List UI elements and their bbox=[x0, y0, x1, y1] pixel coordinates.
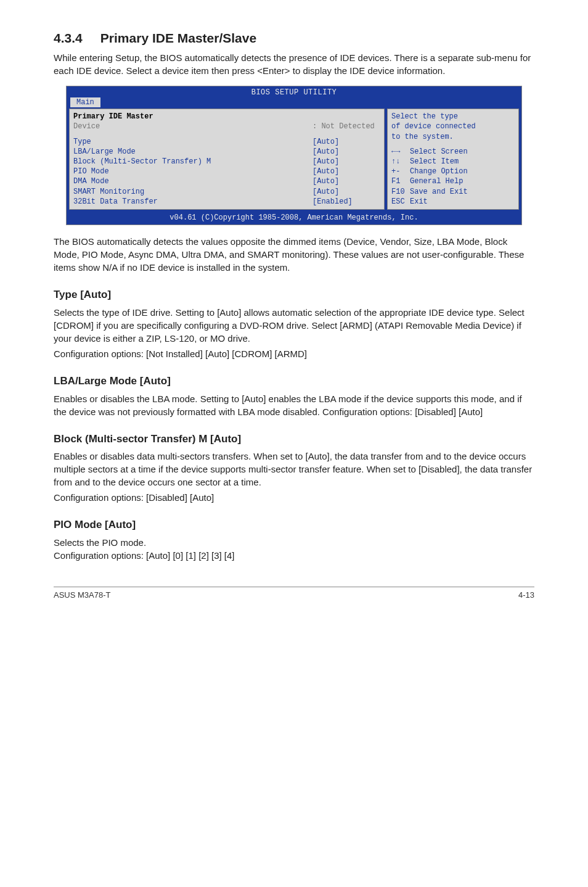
bios-key-label: Select Item bbox=[410, 157, 459, 167]
pio-heading: PIO Mode [Auto] bbox=[54, 518, 534, 532]
bios-item-label: DMA Mode bbox=[73, 176, 312, 186]
bios-item-value: [Auto] bbox=[312, 176, 380, 186]
bios-item-label: Type bbox=[73, 137, 312, 147]
lba-body: Enables or disables the LBA mode. Settin… bbox=[54, 392, 534, 418]
bios-item-value: [Auto] bbox=[312, 187, 380, 197]
bios-item[interactable]: DMA Mode[Auto] bbox=[73, 176, 380, 186]
intro-paragraph: While entering Setup, the BIOS automatic… bbox=[54, 51, 534, 77]
bios-item-label: PIO Mode bbox=[73, 167, 312, 176]
bios-help-line: Select the type bbox=[391, 112, 515, 122]
footer-right: 4-13 bbox=[518, 590, 534, 601]
bios-item[interactable]: Type[Auto] bbox=[73, 137, 380, 147]
bios-help-text: Select the type of device connected to t… bbox=[391, 112, 515, 142]
type-config: Configuration options: [Not Installed] [… bbox=[54, 347, 534, 360]
bios-device-value: : Not Detected bbox=[312, 122, 380, 131]
bios-item-value: [Enabled] bbox=[312, 197, 380, 207]
bios-item[interactable]: PIO Mode[Auto] bbox=[73, 167, 380, 176]
bios-key-prefix: F1 bbox=[391, 176, 410, 186]
lba-heading: LBA/Large Mode [Auto] bbox=[54, 374, 534, 389]
bios-help-line: to the system. bbox=[391, 132, 515, 142]
section-title: Primary IDE Master/Slave bbox=[100, 31, 256, 45]
bios-item-label: 32Bit Data Transfer bbox=[73, 197, 312, 207]
bios-right-pane: Select the type of device connected to t… bbox=[387, 109, 519, 210]
page-footer: ASUS M3A78-T 4-13 bbox=[54, 587, 534, 601]
bios-key-prefix: +- bbox=[391, 167, 410, 176]
bios-item-value: [Auto] bbox=[312, 147, 380, 157]
bios-key-label: Select Screen bbox=[410, 147, 468, 157]
bios-device-row: Device : Not Detected bbox=[73, 122, 380, 131]
section-number: 4.3.4 bbox=[54, 29, 97, 47]
after-bios-paragraph: The BIOS automatically detects the value… bbox=[54, 235, 534, 274]
block-heading: Block (Multi-sector Transfer) M [Auto] bbox=[54, 432, 534, 447]
bios-item[interactable]: 32Bit Data Transfer[Enabled] bbox=[73, 197, 380, 207]
bios-item-label: SMART Monitoring bbox=[73, 187, 312, 197]
bios-key-label: Exit bbox=[410, 197, 428, 207]
footer-left: ASUS M3A78-T bbox=[54, 590, 110, 601]
bios-left-header: Primary IDE Master bbox=[73, 112, 380, 122]
bios-item-label: LBA/Large Mode bbox=[73, 147, 312, 157]
bios-key-label: Change Option bbox=[410, 167, 468, 176]
bios-panel: BIOS SETUP UTILITY Main Primary IDE Mast… bbox=[66, 86, 522, 225]
bios-left-pane: Primary IDE Master Device : Not Detected… bbox=[69, 109, 385, 210]
bios-item-value: [Auto] bbox=[312, 157, 380, 167]
bios-key-prefix: F10 bbox=[391, 187, 410, 197]
type-heading: Type [Auto] bbox=[54, 287, 534, 302]
bios-item-value: [Auto] bbox=[312, 167, 380, 176]
block-config: Configuration options: [Disabled] [Auto] bbox=[54, 491, 534, 504]
bios-key-prefix: ESC bbox=[391, 197, 410, 207]
bios-key-legend: ←→Select Screen ↑↓Select Item +-Change O… bbox=[391, 147, 515, 207]
bios-item[interactable]: LBA/Large Mode[Auto] bbox=[73, 147, 380, 157]
bios-device-label: Device bbox=[73, 122, 312, 131]
up-down-arrow-icon: ↑↓ bbox=[391, 157, 410, 167]
bios-tab-main[interactable]: Main bbox=[70, 97, 100, 107]
section-heading: 4.3.4 Primary IDE Master/Slave bbox=[54, 29, 534, 47]
block-body: Enables or disables data multi-sectors t… bbox=[54, 450, 534, 489]
bios-help-line: of device connected bbox=[391, 122, 515, 131]
bios-item-value: [Auto] bbox=[312, 137, 380, 147]
type-body: Selects the type of IDE drive. Setting t… bbox=[54, 306, 534, 345]
pio-body: Selects the PIO mode. bbox=[54, 536, 534, 549]
bios-item-label: Block (Multi-Sector Transfer) M bbox=[73, 157, 312, 167]
bios-item[interactable]: SMART Monitoring[Auto] bbox=[73, 187, 380, 197]
pio-config: Configuration options: [Auto] [0] [1] [2… bbox=[54, 549, 534, 562]
bios-key-label: Save and Exit bbox=[410, 187, 468, 197]
bios-item[interactable]: Block (Multi-Sector Transfer) M[Auto] bbox=[73, 157, 380, 167]
left-right-arrow-icon: ←→ bbox=[391, 147, 410, 157]
bios-key-label: General Help bbox=[410, 176, 463, 186]
bios-title: BIOS SETUP UTILITY bbox=[67, 86, 521, 97]
bios-copyright: v04.61 (C)Copyright 1985-2008, American … bbox=[67, 212, 521, 225]
